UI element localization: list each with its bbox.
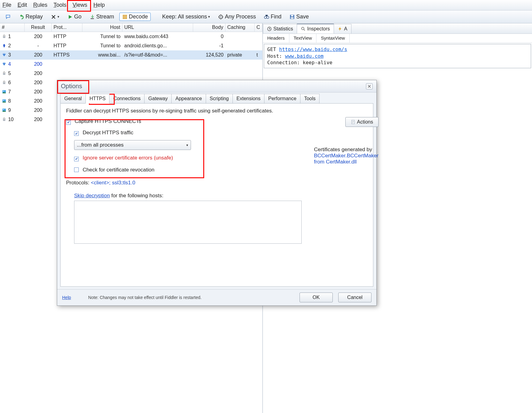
cancel-button[interactable]: Cancel xyxy=(338,293,371,302)
dialog-close-button[interactable] xyxy=(366,83,373,89)
tab-performance[interactable]: Performance xyxy=(264,94,300,104)
toolbar: Replay ▾ Go Stream Decode Keep: All sess… xyxy=(0,10,532,23)
menu-help[interactable]: Help xyxy=(93,2,105,8)
svg-rect-0 xyxy=(91,18,94,19)
menu-tools[interactable]: Tools xyxy=(54,2,66,8)
skip-hosts-textarea[interactable] xyxy=(74,201,302,244)
x-icon xyxy=(51,14,56,20)
col-c[interactable]: C xyxy=(255,23,262,32)
download-icon xyxy=(89,14,95,20)
svg-point-5 xyxy=(267,16,269,18)
stream-button[interactable]: Stream xyxy=(87,13,117,21)
col-result[interactable]: Result xyxy=(25,23,52,32)
actions-label: Actions xyxy=(357,119,373,125)
session-row[interactable]: 1200HTTPTunnel towww.baidu.com:4430 xyxy=(0,32,262,41)
svg-rect-8 xyxy=(291,17,294,18)
svg-rect-1 xyxy=(123,15,127,19)
raw-host[interactable]: www.baidu.com xyxy=(285,53,324,59)
play-icon xyxy=(67,14,73,20)
lock-icon xyxy=(2,80,7,85)
inspector-subtabs: Headers TextView SyntaxView xyxy=(263,34,532,43)
protocols-value[interactable]: <client>; ssl3;tls1.0 xyxy=(91,180,135,186)
subtab-headers[interactable]: Headers xyxy=(263,34,289,43)
svg-rect-7 xyxy=(291,15,294,17)
session-row[interactable]: 5200 xyxy=(0,69,262,78)
go-label: Go xyxy=(74,14,81,20)
highlight-https-options xyxy=(65,119,204,178)
save-label: Save xyxy=(296,14,309,20)
remove-button[interactable]: ▾ xyxy=(48,13,62,21)
tab-inspectors[interactable]: Inspectors xyxy=(297,24,334,33)
dialog-footer: Help Note: Changes may not take effect u… xyxy=(57,289,376,305)
certgen-link[interactable]: BCCertMaker.BCCertMaker from CertMaker.d… xyxy=(314,153,379,165)
svg-point-20 xyxy=(302,27,304,30)
svg-rect-9 xyxy=(3,36,6,38)
tab-scripting[interactable]: Scripting xyxy=(206,94,233,104)
replay-label: Replay xyxy=(26,14,43,20)
anyprocess-button[interactable]: Any Process xyxy=(215,13,259,21)
tab-autoresponder[interactable]: A xyxy=(334,24,351,33)
bolt-icon xyxy=(338,26,343,31)
stream-label: Stream xyxy=(96,14,114,20)
col-host[interactable]: Host xyxy=(82,23,122,32)
save-button[interactable]: Save xyxy=(287,13,312,21)
col-url[interactable]: URL xyxy=(122,23,193,32)
img-icon xyxy=(2,99,7,104)
help-link[interactable]: Help xyxy=(62,295,71,300)
binoculars-icon xyxy=(264,14,269,20)
go-button[interactable]: Go xyxy=(65,13,84,21)
find-button[interactable]: Find xyxy=(261,13,284,21)
skip-decryption-suffix: for the following hosts: xyxy=(110,193,163,199)
menu-file[interactable]: File xyxy=(2,2,11,8)
tab-gateway[interactable]: Gateway xyxy=(144,94,172,104)
diamond-icon xyxy=(2,53,7,57)
clock-icon xyxy=(267,26,272,31)
request-raw: GET https://www.baidu.com/s Host: www.ba… xyxy=(264,44,531,68)
menu-edit[interactable]: Edit xyxy=(18,2,27,8)
lock-icon xyxy=(2,71,7,76)
restart-note: Note: Changes may not take effect until … xyxy=(88,295,202,300)
ok-button[interactable]: OK xyxy=(300,293,333,302)
keep-dropdown[interactable]: Keep: All sessions ▾ xyxy=(159,13,213,21)
keep-label: Keep: All sessions xyxy=(162,14,207,20)
page-icon xyxy=(351,120,355,124)
tab-statistics[interactable]: Statistics xyxy=(263,24,297,33)
svg-rect-18 xyxy=(3,119,6,121)
bubble-icon xyxy=(5,14,11,20)
col-body[interactable]: Body xyxy=(193,23,225,32)
col-protocol[interactable]: Prot... xyxy=(52,23,82,32)
raw-host-label: Host: xyxy=(267,53,282,59)
skip-decryption-link[interactable]: Skip decryption xyxy=(74,193,110,199)
subtab-syntaxview[interactable]: SyntaxView xyxy=(316,34,349,43)
session-row[interactable]: 3200HTTPSwww.bai.../s?ie=utf-8&mod=...12… xyxy=(0,50,262,60)
decode-label: Decode xyxy=(129,14,148,20)
tab-appearance[interactable]: Appearance xyxy=(171,94,206,104)
protocols-label: Protocols: xyxy=(66,180,91,186)
svg-point-3 xyxy=(220,16,221,17)
menu-rules[interactable]: Rules xyxy=(33,2,47,8)
tab-general[interactable]: General xyxy=(60,94,86,104)
find-label: Find xyxy=(271,14,281,20)
subtab-textview[interactable]: TextView xyxy=(289,34,317,43)
tab-https[interactable]: HTTPS xyxy=(85,94,109,104)
svg-point-4 xyxy=(264,16,267,18)
right-tabs: Statistics Inspectors A xyxy=(263,23,532,34)
close-icon xyxy=(367,85,371,88)
decode-button[interactable]: Decode xyxy=(119,13,151,21)
raw-url[interactable]: https://www.baidu.com/s xyxy=(279,46,347,52)
grid-icon xyxy=(122,14,128,20)
actions-button[interactable]: Actions xyxy=(345,117,379,127)
tab-statistics-label: Statistics xyxy=(273,26,293,32)
comment-button[interactable] xyxy=(2,13,14,21)
tab-extensions[interactable]: Extensions xyxy=(232,94,264,104)
col-caching[interactable]: Caching xyxy=(225,23,255,32)
dialog-tabs: General HTTPS Connections Gateway Appear… xyxy=(57,94,376,104)
img-icon xyxy=(2,89,7,94)
col-num[interactable]: # xyxy=(0,23,25,32)
session-row[interactable]: 4200 xyxy=(0,60,262,69)
svg-rect-10 xyxy=(3,73,6,75)
replay-button[interactable]: Replay xyxy=(16,13,46,21)
highlight-options-title xyxy=(57,80,89,94)
session-row[interactable]: 2-HTTPTunnel toandroid.clients.go...-1 xyxy=(0,41,262,50)
tab-tools[interactable]: Tools xyxy=(300,94,320,104)
